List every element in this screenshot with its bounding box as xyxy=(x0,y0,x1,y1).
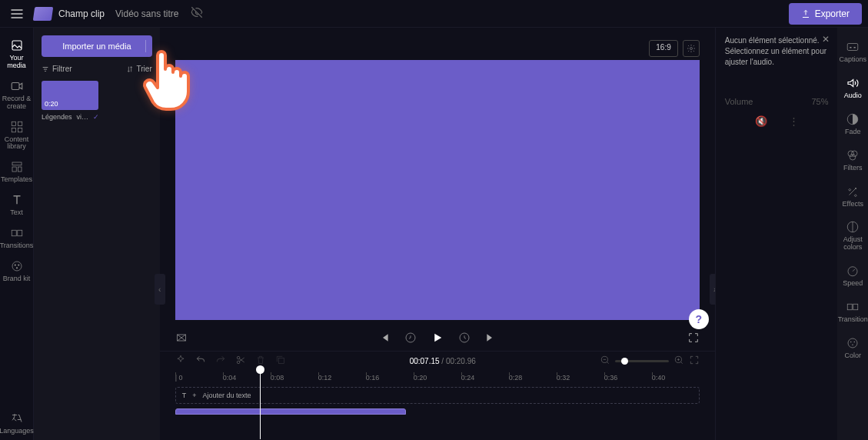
tab-transition[interactable]: Transition xyxy=(837,294,868,330)
media-panel: Importer un média Filtrer Trier 0:20 Lég… xyxy=(34,28,160,440)
svg-point-12 xyxy=(14,264,15,265)
svg-point-13 xyxy=(18,264,19,265)
left-nav-rail: Your media Record & create Content libra… xyxy=(0,28,34,440)
magic-button[interactable] xyxy=(175,355,186,367)
panel-hint-text: Aucun élément sélectionné. Sélectionnez … xyxy=(725,35,829,68)
preview-canvas[interactable]: ? xyxy=(175,60,700,320)
timeline-ruler[interactable]: | 00:040:08 0:120:160:20 0:240:280:32 0:… xyxy=(160,370,715,385)
zoom-slider[interactable] xyxy=(615,360,669,362)
export-button[interactable]: Exporter xyxy=(789,3,862,25)
skip-start-button[interactable] xyxy=(378,332,391,344)
svg-rect-10 xyxy=(17,230,22,236)
zoom-in-button[interactable] xyxy=(673,355,684,367)
properties-panel: ✕ Aucun élément sélectionné. Sélectionne… xyxy=(715,28,838,440)
media-duration: 0:20 xyxy=(45,100,58,108)
zoom-out-button[interactable] xyxy=(600,355,610,367)
volume-label: Volume xyxy=(725,97,753,106)
step-forward-button[interactable] xyxy=(458,332,471,344)
app-logo xyxy=(33,7,54,21)
nav-your-media[interactable]: Your media xyxy=(0,34,33,75)
aspect-ratio-button[interactable]: 16:9 xyxy=(649,40,677,57)
svg-point-15 xyxy=(690,48,692,50)
mute-icon[interactable]: 🔇 xyxy=(755,115,767,127)
sort-button[interactable]: Trier xyxy=(126,65,152,73)
playhead[interactable] xyxy=(260,370,261,439)
nav-content-library[interactable]: Content library xyxy=(0,115,33,156)
svg-point-11 xyxy=(12,262,22,271)
export-label: Exporter xyxy=(815,8,850,19)
skip-end-button[interactable] xyxy=(484,332,497,344)
visibility-off-icon[interactable] xyxy=(190,5,204,22)
tab-speed[interactable]: Speed xyxy=(837,258,868,294)
svg-point-27 xyxy=(852,151,858,157)
svg-rect-9 xyxy=(12,230,16,236)
svg-rect-32 xyxy=(853,304,858,310)
svg-point-36 xyxy=(853,345,854,346)
tab-adjust-colors[interactable]: Adjust colors xyxy=(837,214,868,258)
video-clip-track[interactable] xyxy=(175,408,406,415)
svg-point-33 xyxy=(848,338,857,348)
svg-point-34 xyxy=(850,342,852,343)
svg-point-14 xyxy=(15,267,17,268)
svg-point-28 xyxy=(850,154,856,160)
tab-filters[interactable]: Filters xyxy=(837,142,868,178)
add-text-track[interactable]: T + Ajouter du texte xyxy=(175,387,700,404)
svg-rect-4 xyxy=(12,128,15,132)
undo-button[interactable] xyxy=(195,355,206,367)
nav-brand-kit[interactable]: Brand kit xyxy=(0,255,33,288)
tab-audio[interactable]: Audio xyxy=(837,70,868,106)
preview-settings-button[interactable] xyxy=(683,40,700,57)
nav-text[interactable]: Text xyxy=(0,188,33,222)
duplicate-button[interactable] xyxy=(275,355,286,367)
tab-effects[interactable]: Effects xyxy=(837,178,868,215)
zoom-fit-button[interactable] xyxy=(689,355,700,367)
redo-button[interactable] xyxy=(215,355,226,367)
volume-value: 75% xyxy=(811,97,828,106)
nav-templates[interactable]: Templates xyxy=(0,155,33,188)
tab-color[interactable]: Color xyxy=(837,330,868,366)
filter-button[interactable]: Filtrer xyxy=(42,65,72,73)
hamburger-menu[interactable] xyxy=(0,6,34,22)
svg-point-35 xyxy=(854,342,856,343)
svg-point-26 xyxy=(848,151,854,157)
svg-rect-21 xyxy=(278,358,284,364)
svg-rect-8 xyxy=(18,167,22,172)
import-media-button[interactable]: Importer un média xyxy=(42,35,152,57)
nav-transitions[interactable]: Transitions xyxy=(0,222,33,255)
play-button[interactable] xyxy=(431,331,444,345)
check-icon: ✓ xyxy=(93,113,99,121)
svg-rect-1 xyxy=(12,82,19,89)
svg-rect-24 xyxy=(848,44,859,51)
stage: ‹ › 16:9 ? xyxy=(160,28,715,440)
tab-captions[interactable]: Captions xyxy=(837,34,868,70)
media-caption-label: Légendes xyxy=(42,113,72,121)
svg-rect-7 xyxy=(12,167,16,172)
svg-rect-3 xyxy=(18,122,22,125)
media-type-label: vi… xyxy=(77,113,89,121)
media-thumbnail[interactable]: 0:20 xyxy=(42,81,98,110)
svg-rect-2 xyxy=(12,122,15,125)
text-icon: T xyxy=(182,392,187,399)
video-title[interactable]: Vidéo sans titre xyxy=(115,8,179,19)
time-display: 00:07.15 / 00:20.96 xyxy=(295,357,590,365)
svg-rect-31 xyxy=(848,304,853,310)
app-title: Champ clip xyxy=(58,8,105,19)
close-panel-button[interactable]: ✕ xyxy=(822,34,830,45)
step-back-button[interactable] xyxy=(404,332,417,344)
tab-fade[interactable]: Fade xyxy=(837,106,868,142)
nav-record-create[interactable]: Record & create xyxy=(0,75,33,115)
fullscreen-button[interactable] xyxy=(687,332,700,344)
safe-zone-toggle[interactable] xyxy=(175,332,188,344)
svg-rect-6 xyxy=(12,162,22,165)
nav-languages[interactable]: Languages xyxy=(0,407,33,440)
split-button[interactable] xyxy=(235,355,246,367)
svg-rect-5 xyxy=(18,128,22,132)
detach-audio-icon[interactable]: ⋮ xyxy=(789,115,799,127)
right-nav-rail: Captions Audio Fade Filters Effects Adju… xyxy=(837,28,868,440)
